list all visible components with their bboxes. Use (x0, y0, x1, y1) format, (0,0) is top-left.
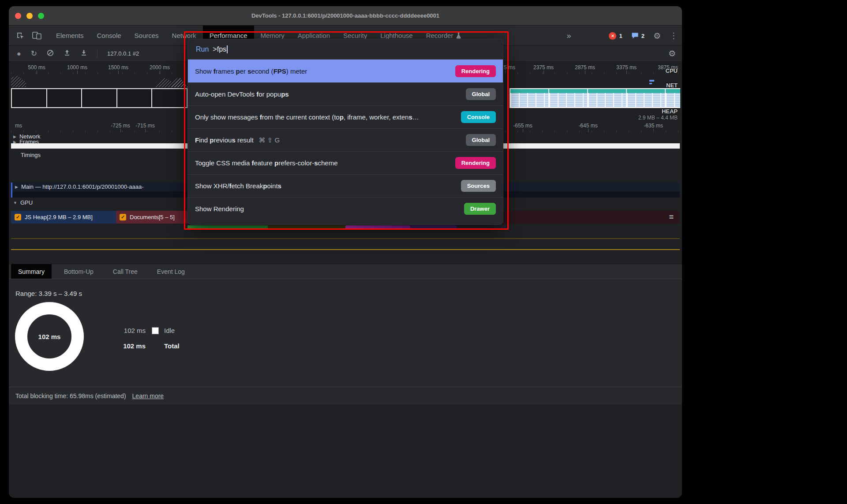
ruler-tick (543, 71, 544, 74)
command-item[interactable]: Auto-open DevTools for popupsGlobal (188, 82, 503, 105)
command-input[interactable]: Run >fps (188, 39, 503, 60)
command-item[interactable]: Only show messages from the current cont… (188, 105, 503, 128)
summary-legend: 102 ms Idle 102 ms Total (97, 327, 180, 358)
command-query: >fps (213, 45, 226, 53)
screenshot-thumbnail[interactable] (666, 89, 680, 107)
track-gpu-label: GPU (20, 199, 33, 206)
track-gpu[interactable]: ▼ GPU (13, 199, 33, 206)
more-options-icon[interactable]: ⋮ (670, 31, 678, 41)
ruler-label: ms (15, 123, 22, 129)
command-item[interactable]: Show RenderingDrawer (188, 197, 503, 220)
command-item-label: Show XHR/fetch Breakpoints (195, 182, 281, 190)
settings-gear-icon[interactable]: ⚙ (653, 31, 661, 41)
filmstrip-frame[interactable] (82, 89, 116, 107)
screenshot-thumbnail[interactable] (588, 89, 626, 107)
record-button[interactable]: ● (17, 50, 21, 58)
js-heap-label: JS Heap[2.9 MB – 2.9 MB] (25, 214, 93, 220)
command-menu-items: Show frames per second (FPS) meterRender… (188, 60, 503, 220)
bottom-tab-event-log[interactable]: Event Log (150, 264, 192, 279)
strip-segment-green (187, 225, 268, 228)
error-count: 1 (619, 33, 622, 39)
clear-button[interactable] (47, 49, 54, 58)
empty-area (9, 404, 682, 498)
command-category-badge: Console (461, 111, 496, 123)
filmstrip-frame[interactable] (152, 89, 187, 107)
filmstrip-frame[interactable] (117, 89, 152, 107)
command-menu: Run >fps Show frames per second (FPS) me… (187, 39, 503, 225)
bottom-tabbar: SummaryBottom-UpCall TreeEvent Log (9, 264, 682, 279)
strip-segment-dark (457, 225, 506, 228)
tab-elements[interactable]: Elements (49, 26, 90, 45)
tabbar-right-cluster: » × 1 2 ⚙ ⋮ (566, 26, 678, 46)
text-caret (227, 45, 228, 53)
track-main[interactable]: ▶ Main — http://127.0.0.1:6001/p/2000100… (15, 183, 143, 190)
tab-console[interactable]: Console (90, 26, 128, 45)
error-badge[interactable]: × 1 (609, 32, 622, 40)
tab-label: Application (298, 32, 330, 39)
counters-menu-icon[interactable]: ≡ (669, 213, 674, 222)
filmstrip-frame[interactable] (47, 89, 82, 107)
tab-label: Network (172, 32, 196, 39)
track-timings[interactable]: Timings (21, 152, 41, 158)
check-icon: ✓ (121, 214, 125, 220)
main-track-accent (11, 183, 12, 198)
filmstrip-frame[interactable] (12, 89, 46, 107)
target-selector[interactable]: 127.0.0.1 #2 (107, 50, 139, 57)
error-icon: × (609, 32, 616, 40)
command-prompt: Run (196, 45, 209, 53)
summary-panel: Range: 3.39 s – 3.49 s 102 ms 102 ms Idl… (9, 279, 682, 387)
counter-line (11, 249, 680, 250)
tab-label: Security (343, 32, 367, 39)
device-toolbar-icon[interactable] (32, 31, 42, 41)
ruler-tick (37, 71, 37, 74)
filmstrip-screenshots (510, 88, 680, 108)
documents-checkbox[interactable]: ✓ (120, 214, 126, 220)
bottom-tab-bottom-up[interactable]: Bottom-Up (57, 264, 101, 279)
legend-value-total: 102 ms (97, 342, 146, 350)
reload-and-record-button[interactable]: ↻ (31, 49, 37, 58)
command-item[interactable]: Find previous result⌘ ⇧ GGlobal (188, 128, 503, 151)
more-tabs-icon[interactable]: » (566, 31, 571, 41)
save-profile-button[interactable] (80, 49, 87, 58)
command-item-label: Find previous result (195, 136, 254, 144)
ruler-tick (118, 71, 119, 74)
legend-label-idle: Idle (164, 327, 175, 334)
bottom-tab-call-tree[interactable]: Call Tree (106, 264, 145, 279)
keyboard-shortcut: ⌘ ⇧ G (259, 136, 280, 144)
command-item[interactable]: Show frames per second (FPS) meterRender… (188, 60, 503, 82)
ruler-label: -715 ms (125, 123, 165, 129)
inspect-icon[interactable] (15, 31, 26, 41)
cpu-activity-shape (154, 77, 188, 87)
learn-more-link[interactable]: Learn more (132, 392, 164, 399)
js-heap-checkbox[interactable]: ✓ (15, 214, 21, 220)
summary-donut: 102 ms (15, 302, 84, 371)
command-category-badge: Rendering (455, 65, 496, 77)
tab-label: Elements (56, 32, 84, 39)
ruler-label: 2375 ms (524, 64, 563, 71)
command-category-badge: Global (466, 88, 496, 100)
load-profile-button[interactable] (64, 49, 71, 58)
issues-badge[interactable]: 2 (631, 32, 645, 39)
documents-label: Documents[5 – 5] (130, 214, 175, 220)
footer: Total blocking time: 65.98ms (estimated)… (9, 387, 682, 404)
command-item[interactable]: Show XHR/fetch BreakpointsSources (188, 174, 503, 197)
command-item[interactable]: Toggle CSS media feature prefers-color-s… (188, 151, 503, 174)
screenshot-thumbnail[interactable] (510, 89, 548, 107)
legend-row-idle: 102 ms Idle (97, 327, 180, 334)
capture-settings-gear-icon[interactable]: ⚙ (668, 49, 676, 59)
donut-value: 102 ms (38, 333, 61, 340)
devtools-window: DevTools - 127.0.0.1:6001/p/20001000-aaa… (9, 6, 682, 498)
command-item-label: Auto-open DevTools for popups (195, 90, 289, 98)
ruler-label: -655 ms (503, 123, 543, 129)
legend-row-total: 102 ms Total (97, 342, 180, 350)
strip-segment-olive (268, 225, 345, 228)
ruler-label: 500 ms (17, 64, 56, 71)
filmstrip-overview (11, 88, 187, 108)
command-item-label: Only show messages from the current cont… (195, 113, 419, 121)
screenshot-thumbnail[interactable] (627, 89, 665, 107)
tab-sources[interactable]: Sources (128, 26, 165, 45)
counter-js-heap[interactable]: ✓ JS Heap[2.9 MB – 2.9 MB] (11, 211, 116, 224)
screenshot-thumbnail[interactable] (549, 89, 587, 107)
screenshot-root: DevTools - 127.0.0.1:6001/p/20001000-aaa… (0, 0, 847, 504)
bottom-tab-summary[interactable]: Summary (11, 264, 52, 279)
